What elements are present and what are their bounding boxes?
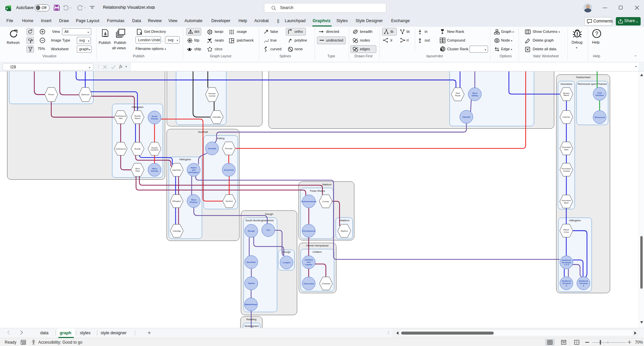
svg-text:Chiltern: Chiltern — [313, 250, 322, 253]
svg-text:West: West — [564, 201, 569, 204]
svg-text:Rickmansworth: Rickmansworth — [301, 200, 317, 203]
svg-text:Central: Central — [563, 170, 570, 172]
svg-text:Uxbridge: Uxbridge — [173, 230, 181, 232]
svg-text:Chorleywood: Chorleywood — [302, 230, 315, 232]
svg-text:Northolt: Northolt — [226, 200, 233, 202]
svg-text:Manor: Manor — [564, 94, 569, 96]
svg-text:Hillingdon: Hillingdon — [131, 106, 143, 109]
svg-text:Park: Park — [136, 170, 140, 172]
svg-text:Slough: Slough — [282, 250, 291, 253]
svg-text:Hills: Hills — [119, 117, 123, 119]
svg-text:Ruislip: Ruislip — [151, 117, 158, 120]
svg-text:Pinner: Pinner — [48, 93, 54, 96]
svg-text:Central: Central — [209, 95, 215, 97]
svg-text:Osterley: Osterley — [562, 116, 571, 118]
svg-text:4: 4 — [583, 284, 584, 287]
svg-text:x: x — [6, 6, 8, 10]
svg-text:Hillingdon: Hillingdon — [569, 219, 581, 222]
svg-text:Maidenhead: Maidenhead — [245, 303, 257, 305]
svg-text:Watford: Watford — [341, 230, 348, 232]
svg-text:Ealing: Ealing — [472, 94, 478, 97]
svg-text:Greenford: Greenford — [224, 169, 234, 171]
svg-text:Ickenham: Ickenham — [172, 169, 181, 171]
svg-text:Burnham: Burnham — [247, 261, 256, 263]
svg-text:Amersham: Amersham — [304, 282, 314, 285]
svg-text:Slough: Slough — [265, 213, 273, 216]
svg-text:Harlington: Harlington — [189, 171, 199, 173]
svg-text:Wokingham: Wokingham — [245, 325, 259, 328]
svg-text:Gardens: Gardens — [595, 94, 604, 96]
svg-text:Hemel Hempstead: Hemel Hempstead — [306, 244, 328, 247]
svg-text:South Buckinghamshire: South Buckinghamshire — [246, 219, 274, 222]
svg-text:Reading: Reading — [247, 318, 257, 321]
svg-text:Slough: Slough — [248, 230, 255, 232]
svg-text:Latimer: Latimer — [305, 263, 313, 266]
svg-text:Ealing: Ealing — [217, 137, 224, 140]
svg-text:Three Rivers: Three Rivers — [310, 189, 325, 192]
svg-text:Royal: Royal — [455, 94, 461, 97]
svg-text:Eastcote: Eastcote — [82, 93, 90, 96]
svg-text:Hillingdon: Hillingdon — [172, 200, 181, 202]
svg-text:Taplow: Taplow — [248, 282, 255, 284]
svg-text:Chesham: Chesham — [322, 282, 330, 285]
svg-text:Hounslow: Hounslow — [560, 82, 572, 85]
svg-text:Ruislip: Ruislip — [151, 170, 158, 172]
svg-text:Colindale: Colindale — [212, 116, 221, 118]
svg-text:Croxley: Croxley — [322, 200, 330, 203]
svg-text:Richmond upon Thames: Richmond upon Thames — [578, 82, 607, 85]
svg-text:Drayton: Drayton — [190, 201, 198, 203]
svg-text:Southall: Southall — [208, 147, 216, 150]
svg-text:Manor: Manor — [135, 117, 141, 119]
svg-text:Southall: Southall — [198, 130, 208, 133]
svg-text:?: ? — [595, 31, 598, 37]
svg-text:East: East — [564, 148, 569, 151]
svg-text:Ruislip: Ruislip — [135, 148, 141, 150]
svg-text:Hanwell: Hanwell — [463, 116, 470, 118]
svg-text:Perivale: Perivale — [225, 147, 233, 150]
svg-text:1 2 3: 1 2 3 — [564, 263, 569, 266]
svg-text:Iver: Iver — [266, 229, 270, 231]
svg-text:Watford: Watford — [340, 219, 350, 222]
svg-text:Richmond: Richmond — [595, 116, 605, 118]
svg-text:Cross: Cross — [564, 231, 569, 233]
svg-text:Twickenham: Twickenham — [576, 76, 591, 79]
svg-text:N: N — [496, 40, 498, 42]
svg-text:Hillingdon: Hillingdon — [179, 158, 191, 161]
svg-text:Watford: Watford — [322, 183, 331, 186]
svg-text:Northwood: Northwood — [116, 148, 125, 150]
svg-text:Gardens: Gardens — [151, 149, 158, 151]
svg-text:Langley: Langley — [283, 261, 291, 264]
